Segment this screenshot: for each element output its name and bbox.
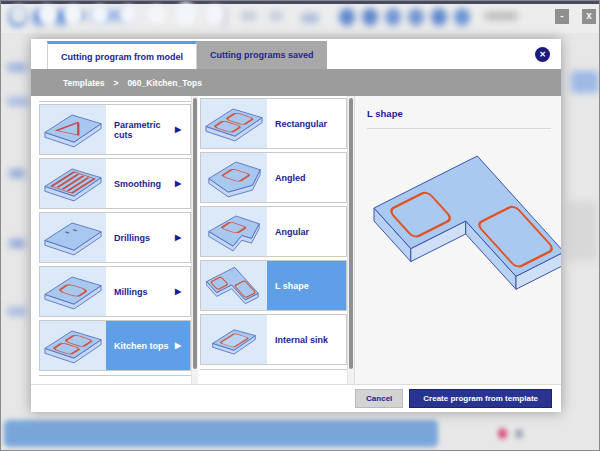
window-close-button[interactable]: x: [582, 9, 596, 24]
dialog-footer: Cancel Create program from template: [31, 384, 561, 412]
cancel-button[interactable]: Cancel: [355, 389, 403, 408]
cutting-program-dialog: Cutting program from model Cutting progr…: [31, 39, 561, 412]
breadcrumb: Templates > 060_Kitchen_Tops: [31, 69, 561, 96]
category-label: Parametric cuts: [114, 120, 175, 140]
category-scrollbar-thumb[interactable]: [193, 98, 197, 369]
l-shape-thumbnail: [201, 261, 267, 310]
template-preview-panel: L shape: [354, 96, 561, 384]
preview-title: L shape: [367, 108, 561, 119]
category-row-partial: [39, 375, 191, 384]
smoothing-thumbnail: [40, 159, 106, 208]
category-row-partial: [39, 96, 191, 102]
category-row-smoothing[interactable]: Smoothing ▶: [39, 158, 191, 209]
parametric-cuts-thumbnail: [40, 105, 106, 154]
l-shape-preview-image: [367, 133, 561, 323]
category-row-millings[interactable]: Millings ▶: [39, 266, 191, 317]
chevron-right-icon: ▶: [175, 125, 190, 134]
category-scrollbar[interactable]: [191, 96, 198, 384]
breadcrumb-separator-icon: >: [113, 78, 118, 88]
shape-label: Angled: [275, 173, 346, 183]
internal-sink-thumbnail: [201, 315, 267, 364]
category-row-kitchen-tops[interactable]: Kitchen tops ▶: [39, 320, 191, 371]
category-label: Millings: [114, 287, 175, 297]
shape-label: Angular: [275, 227, 346, 237]
chevron-right-icon: ▶: [175, 341, 190, 350]
shape-row-partial: [200, 369, 347, 384]
shape-row-angled[interactable]: Angled: [200, 152, 347, 203]
category-list: Parametric cuts ▶: [39, 96, 191, 384]
category-label: Smoothing: [114, 179, 175, 189]
category-label: Kitchen tops: [114, 341, 175, 351]
dialog-tab-bar: Cutting program from model Cutting progr…: [31, 39, 561, 69]
application-screen: - x Cutting program from model Cutting p…: [0, 0, 600, 451]
shape-row-l-shape[interactable]: L shape: [200, 260, 347, 311]
create-program-from-template-button[interactable]: Create program from template: [409, 389, 552, 408]
category-row-drillings[interactable]: Drillings ▶: [39, 212, 191, 263]
preview-divider: [367, 128, 551, 129]
shape-scrollbar-thumb[interactable]: [349, 98, 353, 369]
chevron-right-icon: ▶: [175, 179, 190, 188]
chevron-right-icon: ▶: [175, 287, 190, 296]
tab-cutting-programs-saved[interactable]: Cutting programs saved: [197, 41, 327, 69]
shape-label: Rectangular: [275, 119, 346, 129]
dialog-content: Parametric cuts ▶: [31, 96, 561, 384]
breadcrumb-root[interactable]: Templates: [63, 78, 104, 88]
shape-label: Internal sink: [275, 335, 346, 345]
category-row-parametric-cuts[interactable]: Parametric cuts ▶: [39, 104, 191, 155]
dialog-close-icon[interactable]: ✕: [535, 47, 550, 62]
chevron-right-icon: ▶: [175, 233, 190, 242]
drillings-thumbnail: [40, 213, 106, 262]
shape-scrollbar[interactable]: [347, 96, 354, 384]
shape-row-internal-sink[interactable]: Internal sink: [200, 314, 347, 365]
category-label: Drillings: [114, 233, 175, 243]
shape-list: Rectangular Angled: [200, 96, 347, 384]
millings-thumbnail: [40, 267, 106, 316]
window-minimize-button[interactable]: -: [555, 9, 569, 24]
rectangular-thumbnail: [201, 99, 267, 148]
tab-cutting-program-from-model[interactable]: Cutting program from model: [47, 41, 197, 69]
shape-row-rectangular[interactable]: Rectangular: [200, 98, 347, 149]
breadcrumb-current: 060_Kitchen_Tops: [127, 78, 201, 88]
angled-thumbnail: [201, 153, 267, 202]
angular-thumbnail: [201, 207, 267, 256]
shape-row-angular[interactable]: Angular: [200, 206, 347, 257]
kitchen-tops-thumbnail: [40, 321, 106, 370]
shape-label: L shape: [275, 281, 346, 291]
